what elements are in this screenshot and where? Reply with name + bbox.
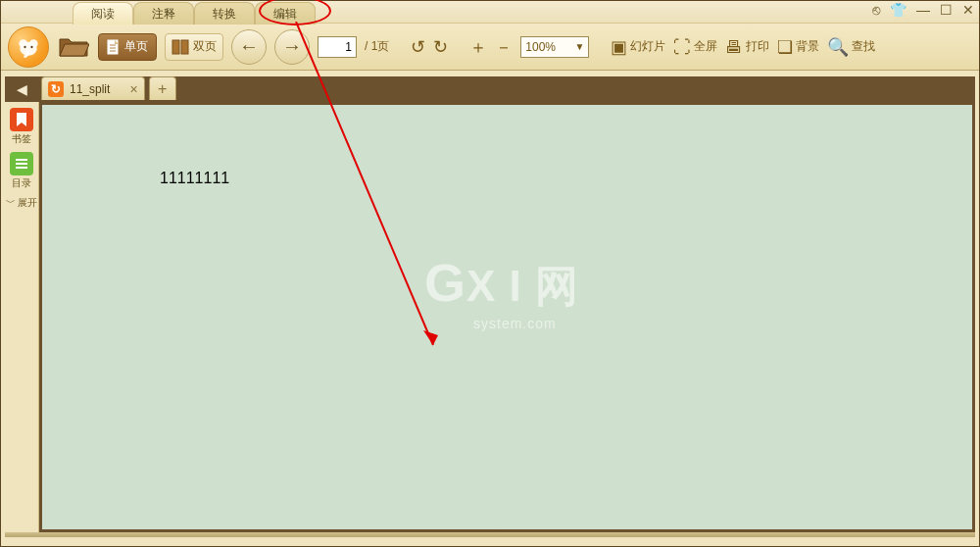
watermark-sub: system.com <box>473 316 579 331</box>
plus-icon: ＋ <box>469 38 487 56</box>
background-button[interactable]: ❏ 背景 <box>777 38 819 56</box>
double-page-button[interactable]: 双页 <box>165 33 223 61</box>
double-page-icon <box>172 39 189 55</box>
zoom-value-label: 100% <box>525 40 556 54</box>
sidebar-item-toc[interactable]: 目录 <box>8 152 35 190</box>
file-tab[interactable]: ↻ 11_split × <box>41 76 145 100</box>
find-button[interactable]: 🔍 查找 <box>827 38 875 56</box>
add-tab-button[interactable]: + <box>149 76 176 100</box>
redo-button[interactable]: ↻ <box>433 38 448 56</box>
tab-read[interactable]: 阅读 <box>73 2 133 25</box>
svg-point-2 <box>29 39 38 48</box>
main-tabs: 阅读 注释 转换 编辑 <box>73 2 316 25</box>
svg-point-4 <box>30 45 32 47</box>
next-page-button[interactable]: → <box>274 29 310 65</box>
bookmark-icon <box>10 108 33 131</box>
search-icon: 🔍 <box>827 38 849 56</box>
sidebar-toc-label: 目录 <box>12 176 31 190</box>
undo-icon: ↺ <box>411 38 425 56</box>
svg-rect-10 <box>181 40 188 54</box>
skin-icon[interactable]: ⎋ <box>872 3 880 17</box>
background-icon: ❏ <box>777 38 793 56</box>
app-logo[interactable] <box>8 26 49 68</box>
print-icon: 🖶 <box>725 38 743 56</box>
tab-edit[interactable]: 编辑 <box>255 2 316 25</box>
document-frame: 11111111 GX I 网 system.com <box>39 102 975 532</box>
chevron-down-icon: ﹀ <box>6 196 16 210</box>
open-file-button[interactable] <box>57 32 90 62</box>
fullscreen-icon: ⛶ <box>673 38 691 56</box>
document-page: 11111111 GX I 网 system.com <box>42 105 972 529</box>
close-icon[interactable]: ✕ <box>962 3 974 17</box>
page-icon <box>107 39 121 55</box>
fullscreen-button[interactable]: ⛶ 全屏 <box>673 38 717 56</box>
file-tab-label: 11_split <box>70 82 110 96</box>
file-tab-bar: ↻ 11_split × + <box>39 76 975 102</box>
single-page-label: 单页 <box>124 38 148 55</box>
sidebar-collapse-button[interactable]: ◀ <box>5 76 39 102</box>
slideshow-icon: ▣ <box>611 38 627 56</box>
folder-icon <box>58 34 89 60</box>
svg-rect-11 <box>16 159 27 161</box>
sidebar-expand-button[interactable]: ﹀ 展开 <box>6 196 37 210</box>
double-page-label: 双页 <box>193 38 217 55</box>
chevron-down-icon: ▼ <box>574 41 584 52</box>
triangle-left-icon: ◀ <box>17 81 27 97</box>
minus-icon: － <box>495 38 513 56</box>
watermark-prefix: G <box>424 253 466 312</box>
document-viewport[interactable]: 11111111 GX I 网 system.com <box>42 105 972 529</box>
arrow-right-icon: → <box>282 35 302 58</box>
print-button[interactable]: 🖶 打印 <box>725 38 769 56</box>
sidebar: 书签 目录 ﹀ 展开 <box>5 102 39 532</box>
toolbar: 单页 双页 ← → / 1页 ↺ ↻ ＋ － 100% ▼ ▣ 幻灯片 ⛶ 全屏… <box>0 24 980 71</box>
toc-icon <box>10 152 33 175</box>
undo-button[interactable]: ↺ <box>411 38 425 56</box>
arrow-left-icon: ← <box>239 35 259 58</box>
tab-convert[interactable]: 转换 <box>194 2 255 25</box>
single-page-button[interactable]: 单页 <box>98 33 157 61</box>
document-text: 11111111 <box>160 170 229 187</box>
shirt-icon[interactable]: 👕 <box>890 3 906 17</box>
svg-point-3 <box>24 45 25 47</box>
svg-rect-13 <box>16 167 27 169</box>
slideshow-button[interactable]: ▣ 幻灯片 <box>611 38 665 56</box>
redo-icon: ↻ <box>433 38 448 56</box>
slideshow-label: 幻灯片 <box>630 38 665 55</box>
find-label: 查找 <box>852 38 875 55</box>
sidebar-item-bookmark[interactable]: 书签 <box>8 108 35 146</box>
print-label: 打印 <box>746 38 769 55</box>
page-number-input[interactable] <box>318 36 357 58</box>
file-tab-close-button[interactable]: × <box>129 81 137 97</box>
sidebar-expand-label: 展开 <box>18 196 37 210</box>
minimize-icon[interactable]: — <box>916 3 930 17</box>
maximize-icon[interactable]: ☐ <box>940 3 953 17</box>
watermark-rest: X I 网 <box>466 262 579 310</box>
window-controls: ⎋ 👕 — ☐ ✕ <box>872 3 974 17</box>
background-label: 背景 <box>796 38 819 55</box>
svg-rect-12 <box>16 163 27 165</box>
file-tab-badge-icon: ↻ <box>48 81 64 97</box>
svg-rect-9 <box>172 40 179 54</box>
zoom-select[interactable]: 100% ▼ <box>520 36 589 58</box>
svg-point-1 <box>19 39 27 48</box>
tab-annot[interactable]: 注释 <box>133 2 194 25</box>
sidebar-bookmark-label: 书签 <box>12 132 31 146</box>
bottom-edge <box>5 532 975 537</box>
menu-bar: 阅读 注释 转换 编辑 ⎋ 👕 — ☐ ✕ <box>0 0 980 24</box>
zoom-out-button[interactable]: － <box>495 38 513 56</box>
plus-icon: + <box>158 80 167 98</box>
page-total-label: / 1页 <box>365 38 389 55</box>
zoom-in-button[interactable]: ＋ <box>469 38 487 56</box>
elephant-icon <box>15 33 42 61</box>
prev-page-button[interactable]: ← <box>231 29 267 65</box>
fullscreen-label: 全屏 <box>694 38 717 55</box>
watermark: GX I 网 system.com <box>424 252 579 331</box>
